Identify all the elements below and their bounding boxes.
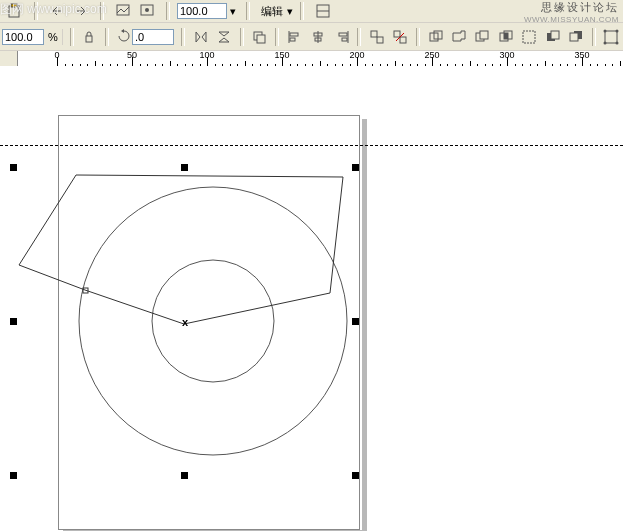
svg-rect-22 bbox=[400, 37, 406, 43]
weld-icon[interactable] bbox=[448, 26, 469, 48]
polygon-shape bbox=[19, 175, 343, 324]
svg-rect-34 bbox=[574, 31, 582, 39]
selection-center-mark[interactable]: x bbox=[182, 316, 188, 328]
svg-rect-9 bbox=[257, 35, 265, 43]
svg-rect-28 bbox=[500, 33, 508, 41]
svg-rect-2 bbox=[117, 5, 129, 15]
group-icon[interactable] bbox=[366, 26, 387, 48]
to-front-icon[interactable] bbox=[249, 26, 270, 48]
svg-rect-12 bbox=[290, 38, 295, 41]
front-minus-back-icon[interactable] bbox=[542, 26, 563, 48]
svg-rect-26 bbox=[476, 33, 484, 41]
ruler-label: 100 bbox=[199, 51, 214, 60]
svg-rect-25 bbox=[434, 31, 442, 39]
ruler-label: 150 bbox=[274, 51, 289, 60]
svg-rect-32 bbox=[547, 33, 555, 41]
mirror-v-icon[interactable] bbox=[213, 26, 234, 48]
svg-rect-21 bbox=[394, 31, 400, 37]
separator bbox=[357, 28, 361, 46]
align-right-icon[interactable] bbox=[331, 26, 352, 48]
snap-label: 编辑 bbox=[257, 4, 287, 19]
rotation-icon bbox=[116, 28, 132, 46]
ruler-label: 200 bbox=[349, 51, 364, 60]
svg-rect-7 bbox=[86, 36, 92, 42]
options-icon[interactable] bbox=[312, 0, 334, 22]
ruler-label: 250 bbox=[424, 51, 439, 60]
svg-rect-18 bbox=[342, 38, 347, 41]
align-center-icon[interactable] bbox=[307, 26, 328, 48]
trim-icon[interactable] bbox=[472, 26, 493, 48]
svg-rect-14 bbox=[314, 33, 322, 36]
svg-rect-27 bbox=[480, 31, 488, 39]
watermark-en: WWW.MISSYUAN.COM bbox=[524, 15, 619, 24]
property-row-2: % bbox=[0, 23, 623, 50]
rotation-input[interactable] bbox=[132, 29, 174, 45]
separator bbox=[105, 28, 109, 46]
percent-unit: % bbox=[44, 29, 63, 45]
drawing-svg bbox=[0, 66, 623, 531]
ruler-origin[interactable] bbox=[0, 51, 18, 67]
svg-rect-5 bbox=[317, 5, 329, 17]
svg-rect-17 bbox=[339, 33, 347, 36]
separator bbox=[416, 28, 420, 46]
watermark-cn: 思缘设计论坛 bbox=[541, 1, 619, 13]
intersect-icon[interactable] bbox=[495, 26, 516, 48]
ruler-label: 350 bbox=[574, 51, 589, 60]
svg-point-40 bbox=[616, 41, 619, 44]
align-left-icon[interactable] bbox=[284, 26, 305, 48]
scale-y-input[interactable] bbox=[2, 29, 44, 45]
svg-line-23 bbox=[396, 33, 404, 41]
svg-point-37 bbox=[604, 29, 607, 32]
separator bbox=[240, 28, 244, 46]
separator bbox=[181, 28, 185, 46]
separator bbox=[246, 2, 250, 20]
ruler-label: 300 bbox=[499, 51, 514, 60]
svg-rect-11 bbox=[290, 33, 298, 36]
separator bbox=[300, 2, 304, 20]
svg-rect-20 bbox=[377, 37, 383, 43]
selection-handle-w[interactable] bbox=[10, 318, 17, 325]
svg-point-38 bbox=[616, 29, 619, 32]
mirror-h-icon[interactable] bbox=[190, 26, 211, 48]
watermark-top-right: 思缘设计论坛 WWW.MISSYUAN.COM bbox=[524, 2, 619, 25]
svg-rect-30 bbox=[504, 33, 508, 39]
separator bbox=[70, 28, 74, 46]
svg-rect-24 bbox=[430, 33, 438, 41]
svg-rect-31 bbox=[523, 31, 535, 43]
separator bbox=[275, 28, 279, 46]
ruler-label: 50 bbox=[127, 51, 137, 60]
selection-handle-nw[interactable] bbox=[10, 164, 17, 171]
simplify-icon[interactable] bbox=[518, 26, 539, 48]
ruler-ticks: 050100150200250300350 bbox=[17, 51, 623, 67]
svg-rect-29 bbox=[504, 31, 512, 39]
separator bbox=[166, 2, 170, 20]
drawing-canvas[interactable]: x bbox=[0, 66, 623, 531]
svg-point-4 bbox=[145, 8, 149, 12]
watermark-top-left: 图网 www.nipic.com bbox=[0, 1, 107, 18]
inner-circle-shape bbox=[152, 260, 274, 382]
ruler-label: 0 bbox=[54, 51, 59, 60]
import-icon[interactable] bbox=[112, 0, 134, 22]
selection-handle-se[interactable] bbox=[352, 472, 359, 479]
svg-point-39 bbox=[604, 41, 607, 44]
selection-handle-ne[interactable] bbox=[352, 164, 359, 171]
dropdown-icon[interactable]: ▾ bbox=[227, 5, 239, 18]
svg-rect-8 bbox=[254, 32, 262, 40]
back-minus-front-icon[interactable] bbox=[565, 26, 586, 48]
combine-icon[interactable] bbox=[425, 26, 446, 48]
selection-handle-s[interactable] bbox=[181, 472, 188, 479]
dropdown-icon[interactable]: ▾ bbox=[287, 5, 293, 18]
svg-rect-3 bbox=[141, 5, 153, 15]
zoom-level-input[interactable] bbox=[177, 3, 227, 19]
selection-handle-e[interactable] bbox=[352, 318, 359, 325]
svg-rect-33 bbox=[551, 31, 559, 39]
selection-handle-sw[interactable] bbox=[10, 472, 17, 479]
convert-to-curves-icon[interactable] bbox=[601, 26, 622, 48]
selection-handle-n[interactable] bbox=[181, 164, 188, 171]
lock-ratio-icon[interactable] bbox=[79, 26, 100, 48]
svg-rect-15 bbox=[315, 38, 321, 41]
ungroup-icon[interactable] bbox=[390, 26, 411, 48]
svg-rect-36 bbox=[605, 31, 617, 43]
export-icon[interactable] bbox=[136, 0, 158, 22]
outer-circle-shape bbox=[79, 187, 347, 455]
